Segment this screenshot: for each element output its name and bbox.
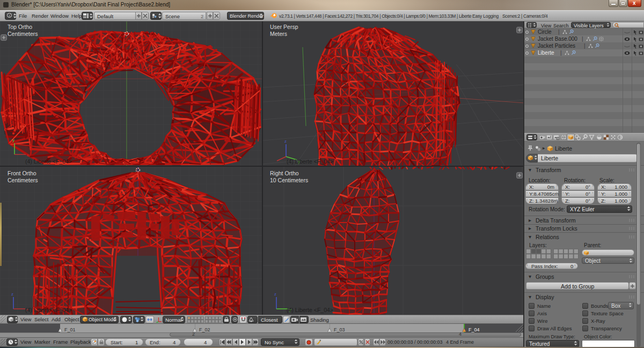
svg-text:z: z [284, 139, 287, 144]
svg-text:z: z [11, 292, 13, 297]
svg-text:x: x [27, 153, 29, 158]
svg-text:y: y [12, 138, 14, 143]
svg-text:z: z [274, 292, 276, 297]
